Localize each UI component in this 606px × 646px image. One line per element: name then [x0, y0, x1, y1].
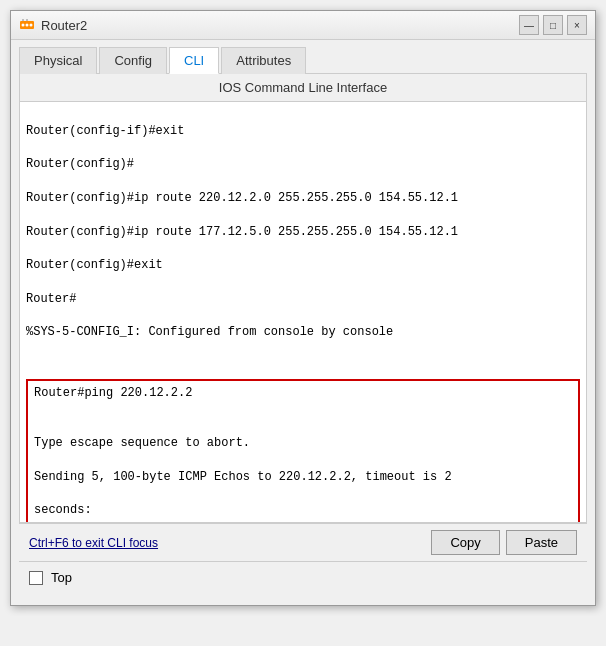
tab-bar: Physical Config CLI Attributes	[11, 40, 595, 73]
svg-point-1	[22, 24, 25, 27]
cli-line: Router(config)#ip route 220.12.2.0 255.2…	[26, 190, 580, 207]
tab-attributes[interactable]: Attributes	[221, 47, 306, 74]
cli-terminal[interactable]: Router(config-if)#exit Router(config)# R…	[20, 102, 586, 522]
maximize-button[interactable]: □	[543, 15, 563, 35]
tab-content: IOS Command Line Interface Router(config…	[19, 73, 587, 523]
cli-hint: Ctrl+F6 to exit CLI focus	[29, 536, 158, 550]
tab-cli[interactable]: CLI	[169, 47, 219, 74]
paste-button[interactable]: Paste	[506, 530, 577, 555]
ping1-box: Router#ping 220.12.2.2 Type escape seque…	[26, 379, 580, 522]
title-controls: — □ ×	[519, 15, 587, 35]
content-wrapper: Physical Config CLI Attributes IOS Comma…	[11, 40, 595, 605]
footer-bar: Top	[19, 561, 587, 593]
cli-line: Router(config)#exit	[26, 257, 580, 274]
title-bar-left: Router2	[19, 17, 87, 33]
router-icon	[19, 17, 35, 33]
tab-config[interactable]: Config	[99, 47, 167, 74]
section-header: IOS Command Line Interface	[20, 74, 586, 102]
ping1-seconds: seconds:	[34, 502, 572, 519]
minimize-button[interactable]: —	[519, 15, 539, 35]
svg-point-3	[30, 24, 33, 27]
ping1-escape: Type escape sequence to abort.	[34, 435, 572, 452]
cli-line: %SYS-5-CONFIG_I: Configured from console…	[26, 324, 580, 341]
svg-point-2	[26, 24, 29, 27]
cli-line: Router(config-if)#exit	[26, 123, 580, 140]
ping1-command: Router#ping 220.12.2.2	[34, 385, 572, 402]
copy-button[interactable]: Copy	[431, 530, 499, 555]
top-label: Top	[51, 570, 72, 585]
app-window: Router2 — □ × Physical Config CLI Attrib…	[10, 10, 596, 606]
cli-line: Router(config)#ip route 177.12.5.0 255.2…	[26, 224, 580, 241]
title-bar: Router2 — □ ×	[11, 11, 595, 40]
button-group: Copy Paste	[431, 530, 577, 555]
ping1-sending: Sending 5, 100-byte ICMP Echos to 220.12…	[34, 469, 572, 486]
close-button[interactable]: ×	[567, 15, 587, 35]
cli-line: Router(config)#	[26, 156, 580, 173]
window-title: Router2	[41, 18, 87, 33]
bottom-bar: Ctrl+F6 to exit CLI focus Copy Paste	[19, 523, 587, 561]
cli-line: Router#	[26, 291, 580, 308]
tab-physical[interactable]: Physical	[19, 47, 97, 74]
top-checkbox[interactable]	[29, 571, 43, 585]
